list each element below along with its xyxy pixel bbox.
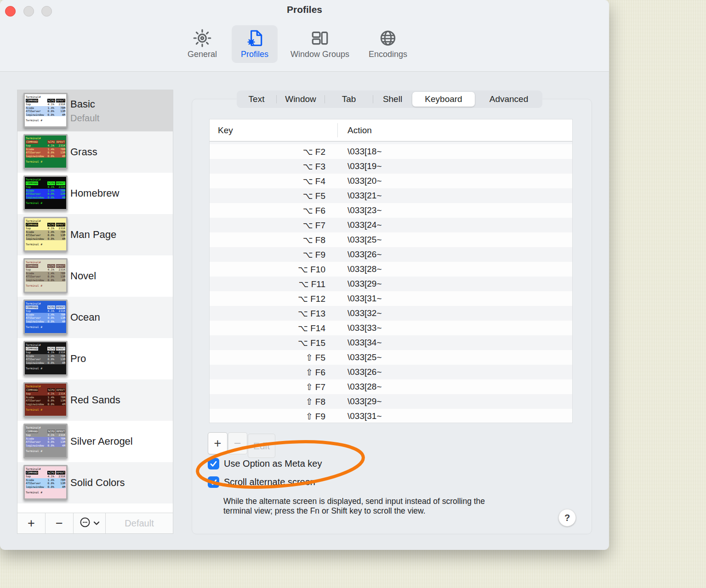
table-row[interactable]: ⇧ F9\033[31~ — [210, 409, 572, 423]
use-option-as-meta-checkbox-row[interactable]: Use Option as Meta key — [208, 458, 322, 469]
tab-advanced[interactable]: Advanced — [475, 92, 542, 107]
key-cell: ⌥ F12 — [210, 294, 337, 304]
profile-row-ocean[interactable]: Terminal#COMMAND%CPURPRVTtop4.1%231KXcod… — [17, 297, 173, 338]
process-name: ATSServer — [26, 399, 45, 402]
thumbnail-header-row: COMMAND%CPURPRVT — [26, 264, 65, 268]
table-row[interactable]: ⌥ F9\033[26~ — [210, 247, 572, 262]
process-cpu: 0.0% — [45, 154, 54, 158]
table-row[interactable]: ⌥ F3\033[19~ — [210, 159, 572, 174]
process-cpu: 0.0% — [45, 320, 54, 323]
process-mem: 4M — [54, 444, 65, 447]
remove-profile-button[interactable]: − — [46, 513, 74, 533]
process-cpu: 0.0% — [45, 109, 54, 113]
profile-row-silver-aerogel[interactable]: Terminal#COMMAND%CPURPRVTtop4.1%231KXcod… — [17, 421, 173, 462]
thumbnail-command-chip: COMMAND — [26, 223, 38, 226]
set-default-button[interactable]: Default — [106, 513, 173, 533]
profile-row-pro[interactable]: Terminal#COMMAND%CPURPRVTtop4.1%231KXcod… — [17, 338, 173, 379]
key-cell: ⌥ F14 — [210, 323, 337, 334]
process-name: ATSServer — [26, 151, 45, 154]
toolbar-item-general[interactable]: General — [179, 25, 225, 63]
action-cell: \033[18~ — [337, 147, 382, 157]
thumbnail-terminal-title: Terminal# — [26, 467, 65, 471]
add-profile-button[interactable]: + — [17, 513, 46, 533]
table-row[interactable]: ⇧ F8\033[29~ — [210, 394, 572, 409]
profile-name: Silver Aerogel — [70, 435, 133, 447]
thumbnail-column-chip: %CPU — [47, 305, 55, 309]
tab-keyboard[interactable]: Keyboard — [412, 92, 475, 107]
process-cpu: 1.4% — [45, 313, 54, 317]
profile-row-novel[interactable]: Terminal#COMMAND%CPURPRVTtop4.1%231KXcod… — [17, 255, 173, 297]
process-mem: 231K — [54, 144, 65, 147]
table-row[interactable]: ⌥ F6\033[23~ — [210, 203, 572, 218]
profile-name: Ocean — [70, 311, 100, 323]
action-column-header[interactable]: Action — [337, 125, 372, 136]
table-row[interactable]: ⌥ F12\033[31~ — [210, 291, 572, 306]
table-row[interactable]: ⌥ F15\033[34~ — [210, 335, 572, 350]
thumbnail-command-chip: COMMAND — [26, 99, 38, 102]
checkbox-checked-icon[interactable] — [208, 458, 219, 469]
table-row[interactable]: ⇧ F5\033[25~ — [210, 350, 572, 365]
tab-window[interactable]: Window — [277, 92, 325, 107]
process-cpu: 0.0% — [45, 485, 54, 489]
toolbar-item-encodings[interactable]: Encodings — [362, 25, 414, 63]
tab-shell[interactable]: Shell — [373, 92, 412, 107]
process-cpu: 4.1% — [45, 309, 54, 313]
profile-row-man-page[interactable]: Terminal#COMMAND%CPURPRVTtop4.1%231KXcod… — [17, 214, 173, 255]
table-row[interactable]: ⌥ F7\033[24~ — [210, 218, 572, 232]
thumbnail-process-row: top4.1%231K — [26, 309, 65, 313]
tab-tab[interactable]: Tab — [325, 92, 373, 107]
thumbnail-terminal-title: Terminal# — [26, 219, 65, 223]
profile-row-red-sands[interactable]: Terminal#COMMAND%CPURPRVTtop4.1%231KXcod… — [17, 379, 173, 421]
table-row[interactable]: ⌥ F5\033[21~ — [210, 188, 572, 203]
toolbar-item-window-groups[interactable]: Window Groups — [284, 25, 356, 63]
table-row[interactable]: ⇧ F6\033[26~ — [210, 365, 572, 379]
add-key-button[interactable]: + — [208, 432, 228, 454]
table-row[interactable]: ⌥ F13\033[32~ — [210, 306, 572, 321]
profile-thumbnail: Terminal#COMMAND%CPURPRVTtop4.1%231KXcod… — [23, 217, 68, 252]
toolbar-item-label: General — [188, 50, 217, 59]
toolbar-item-label: Window Groups — [290, 50, 349, 59]
checkbox-checked-icon[interactable] — [208, 476, 219, 488]
spacer — [38, 347, 46, 351]
process-cpu: 4.1% — [45, 185, 54, 189]
scroll-alternate-screen-checkbox-row[interactable]: Scroll alternate screen — [208, 476, 315, 488]
key-column-header[interactable]: Key — [210, 125, 337, 136]
remove-key-button[interactable]: − — [228, 432, 247, 454]
table-row[interactable]: ⌥ F14\033[33~ — [210, 321, 572, 335]
profile-list-footer: + − Default — [17, 513, 173, 533]
process-cpu: 0.0% — [45, 233, 54, 237]
table-row[interactable]: ⌥ F8\033[25~ — [210, 232, 572, 247]
profile-row-grass[interactable]: Terminal#COMMAND%CPURPRVTtop4.1%231KXcod… — [17, 131, 173, 173]
profile-row-basic[interactable]: Terminal#COMMAND%CPURPRVTtop4.1%231KXcod… — [17, 90, 173, 131]
process-cpu: 1.4% — [45, 271, 54, 275]
process-mem: 231K — [54, 185, 65, 189]
table-row[interactable]: ⇧ F7\033[28~ — [210, 379, 572, 394]
table-row[interactable]: ⌥ F10\033[28~ — [210, 262, 572, 277]
thumbnail-process-row: loginwindow0.0%4M — [26, 444, 65, 447]
table-row[interactable]: ⌥ F2\033[18~ — [210, 144, 572, 159]
process-mem: 4M — [54, 320, 65, 323]
profile-label-group: Solid Colors — [70, 477, 125, 489]
help-button[interactable]: ? — [558, 509, 576, 526]
key-cell: ⇧ F6 — [210, 367, 337, 378]
table-row[interactable]: ⌥ F11\033[29~ — [210, 277, 572, 291]
thumbnail-process-row: ATSServer0.0%13M — [26, 192, 65, 196]
process-mem: 78M — [54, 478, 65, 482]
profile-actions-button[interactable] — [74, 513, 106, 533]
process-cpu: 0.0% — [45, 481, 54, 485]
edit-key-button[interactable]: Edit — [248, 434, 275, 458]
key-mapping-table: Key Action ⌥ F2\033[18~⌥ F3\033[19~⌥ F4\… — [209, 119, 573, 423]
thumbnail-column-chip: %CPU — [47, 181, 55, 185]
table-row[interactable]: ⌥ F4\033[20~ — [210, 174, 572, 188]
tab-text[interactable]: Text — [237, 92, 276, 107]
thumbnail-column-chip: RPRVT — [56, 99, 65, 102]
process-name: loginwindow — [26, 444, 45, 447]
profile-row-homebrew[interactable]: Terminal#COMMAND%CPURPRVTtop4.1%231KXcod… — [17, 173, 173, 214]
process-mem: 78M — [54, 271, 65, 275]
thumbnail-column-chip: RPRVT — [56, 305, 65, 309]
toolbar-item-profiles[interactable]: Profiles — [232, 25, 278, 63]
profile-name: Pro — [70, 353, 86, 365]
process-name: Xcode — [26, 313, 45, 317]
thumbnail-process-row: loginwindow0.0%4M — [26, 113, 65, 117]
profile-row-solid-colors[interactable]: Terminal#COMMAND%CPURPRVTtop4.1%231KXcod… — [17, 462, 173, 503]
